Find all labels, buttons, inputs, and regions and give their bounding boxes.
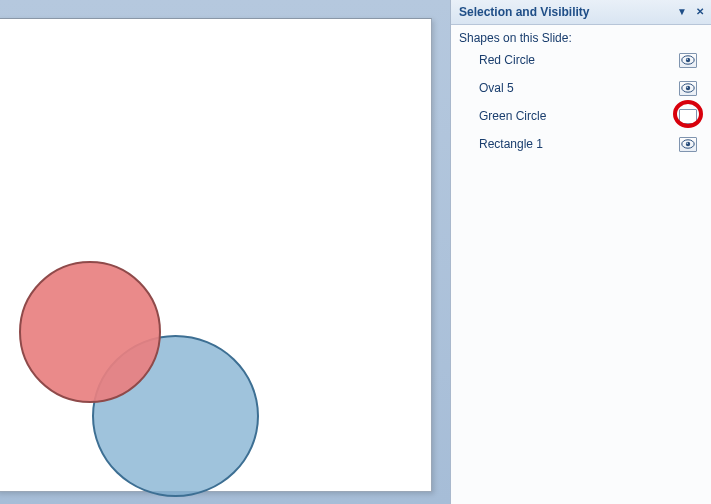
panel-titlebar: Selection and Visibility ▼ ✕ <box>451 0 711 25</box>
panel-title: Selection and Visibility <box>459 5 671 19</box>
slide-canvas[interactable] <box>0 18 432 492</box>
svg-point-5 <box>687 87 688 88</box>
shape-name[interactable]: Oval 5 <box>479 81 679 95</box>
svg-point-1 <box>686 58 690 62</box>
shape-name[interactable]: Green Circle <box>479 109 679 123</box>
eye-icon <box>681 55 695 65</box>
svg-point-8 <box>687 143 688 144</box>
shape-name[interactable]: Red Circle <box>479 53 679 67</box>
eye-icon <box>681 139 695 149</box>
panel-close-icon[interactable]: ✕ <box>693 5 707 19</box>
shape-name[interactable]: Rectangle 1 <box>479 137 679 151</box>
visibility-toggle[interactable] <box>679 53 697 68</box>
visibility-toggle[interactable] <box>679 109 697 124</box>
shape-list: Red CircleOval 5Green CircleRectangle 1 <box>457 51 703 153</box>
shape-row: Rectangle 1 <box>479 135 703 153</box>
visibility-toggle[interactable] <box>679 137 697 152</box>
shape-row: Oval 5 <box>479 79 703 97</box>
selection-visibility-panel: Selection and Visibility ▼ ✕ Shapes on t… <box>450 0 711 504</box>
visibility-toggle[interactable] <box>679 81 697 96</box>
svg-point-2 <box>687 59 688 60</box>
shape-red-circle[interactable] <box>19 261 161 403</box>
shapes-section-label: Shapes on this Slide: <box>457 31 703 45</box>
slide-area <box>0 0 441 504</box>
eye-icon <box>681 83 695 93</box>
panel-menu-dropdown-icon[interactable]: ▼ <box>675 5 689 19</box>
svg-point-7 <box>686 142 690 146</box>
panel-body: Shapes on this Slide: Red CircleOval 5Gr… <box>451 25 711 153</box>
svg-point-4 <box>686 86 690 90</box>
shape-row: Red Circle <box>479 51 703 69</box>
shape-row: Green Circle <box>479 107 703 125</box>
